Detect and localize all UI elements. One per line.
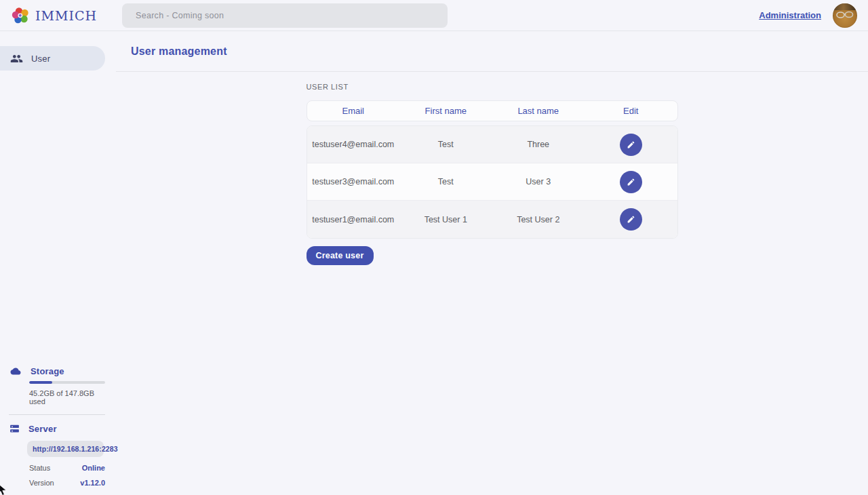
main-header: User management	[116, 31, 868, 72]
mouse-cursor	[0, 483, 9, 495]
edit-user-button[interactable]	[620, 171, 642, 193]
cell-first-name: Test	[399, 140, 492, 149]
status-label: Status	[29, 464, 50, 472]
user-list-label: USER LIST	[307, 83, 678, 91]
cloud-icon	[9, 366, 22, 376]
storage-title: Storage	[31, 366, 64, 376]
column-header-first-name: First name	[399, 106, 492, 116]
page-title: User management	[131, 45, 227, 58]
storage-progress-fill	[29, 381, 52, 384]
app-shell: User Storage 45.2GB of 147.8GB used	[0, 31, 868, 495]
top-bar: IMMICH Administration	[0, 0, 868, 31]
column-header-last-name: Last name	[492, 106, 585, 116]
sidebar-divider	[9, 414, 105, 415]
cell-edit	[585, 208, 677, 231]
cell-last-name: Test User 2	[492, 215, 585, 224]
edit-user-button[interactable]	[620, 134, 642, 156]
create-user-button[interactable]: Create user	[307, 246, 374, 265]
cell-first-name: Test	[399, 177, 492, 186]
status-value: Online	[82, 464, 105, 472]
server-url-badge: http://192.168.1.216:2283	[27, 441, 104, 457]
topbar-right: Administration	[759, 3, 868, 28]
edit-user-button[interactable]	[620, 208, 642, 231]
server-status-row: Status Online	[29, 464, 105, 472]
server-title: Server	[28, 424, 57, 434]
administration-link[interactable]: Administration	[759, 10, 821, 20]
table-body: testuser4@email.comTestThreetestuser3@em…	[307, 125, 678, 239]
sidebar: User Storage 45.2GB of 147.8GB used	[0, 31, 116, 495]
users-icon	[10, 52, 23, 65]
server-section-header: Server	[0, 423, 116, 435]
cell-email: testuser3@email.com	[307, 177, 400, 186]
user-avatar[interactable]	[833, 3, 857, 28]
server-icon	[9, 423, 20, 435]
cell-edit	[585, 171, 677, 193]
version-label: Version	[29, 479, 54, 487]
storage-section-header: Storage	[0, 366, 116, 376]
cell-email: testuser4@email.com	[307, 140, 400, 149]
storage-usage-text: 45.2GB of 147.8GB used	[29, 389, 105, 405]
table-row: testuser1@email.comTest User 1Test User …	[307, 201, 677, 238]
glasses-icon	[836, 11, 854, 19]
version-value: v1.12.0	[80, 479, 105, 487]
cell-first-name: Test User 1	[399, 215, 492, 224]
sidebar-item-label: User	[31, 54, 50, 64]
sidebar-item-user[interactable]: User	[0, 46, 105, 71]
table-header-row: EmailFirst nameLast nameEdit	[307, 100, 678, 121]
cell-last-name: User 3	[492, 177, 585, 186]
cell-email: testuser1@email.com	[307, 215, 400, 224]
pencil-icon	[627, 215, 635, 224]
column-header-email: Email	[307, 106, 400, 116]
app-title: IMMICH	[35, 8, 97, 23]
server-version-row: Version v1.12.0	[29, 479, 105, 487]
flower-logo-icon	[12, 6, 31, 25]
main-area: User management USER LIST EmailFirst nam…	[116, 31, 868, 495]
table-row: testuser3@email.comTestUser 3	[307, 163, 677, 201]
app-logo[interactable]: IMMICH	[0, 6, 122, 25]
user-list-section: USER LIST EmailFirst nameLast nameEdit t…	[307, 83, 678, 265]
storage-progress-bar	[29, 381, 105, 384]
table-row: testuser4@email.comTestThree	[307, 126, 677, 163]
pencil-icon	[627, 178, 635, 186]
sidebar-status-panel: Storage 45.2GB of 147.8GB used Server ht…	[0, 366, 116, 487]
cell-edit	[585, 134, 677, 156]
cell-last-name: Three	[492, 140, 585, 149]
main-content: USER LIST EmailFirst nameLast nameEdit t…	[116, 72, 868, 265]
pencil-icon	[627, 140, 635, 149]
column-header-edit: Edit	[585, 106, 677, 116]
search-input[interactable]	[122, 3, 448, 28]
